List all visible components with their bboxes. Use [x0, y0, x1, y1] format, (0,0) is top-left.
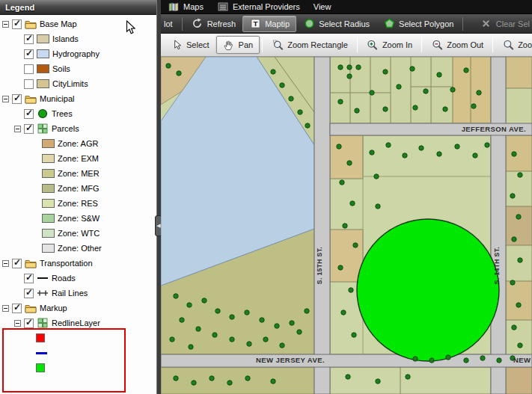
button-label: Clear Sel	[496, 19, 530, 28]
toolbar-separator	[421, 37, 422, 52]
street-label-s14th: S. 14TH ST.	[493, 247, 501, 284]
legend-node-rail-lines[interactable]: Rail Lines	[0, 286, 156, 301]
select-arrow-icon	[171, 40, 183, 50]
button-label: Select Polygon	[399, 19, 453, 28]
layer-label: Zone: RES	[58, 199, 98, 208]
legend-node-redline-line[interactable]	[0, 345, 156, 360]
legend-swatch	[37, 79, 49, 88]
menu-maps[interactable]: Maps	[161, 0, 210, 13]
legend-panel-title: Legend	[0, 0, 156, 15]
layer-label: Zone: EXM	[58, 154, 99, 163]
legend-swatch	[42, 139, 55, 148]
menu-view[interactable]: View	[307, 0, 338, 13]
legend-node-trees[interactable]: Trees	[0, 106, 156, 121]
legend-node-redline-point[interactable]	[0, 330, 156, 345]
layer-checkbox[interactable]	[24, 79, 34, 89]
redline-line-swatch	[36, 352, 47, 354]
folder-icon	[25, 303, 37, 313]
legend-swatch	[42, 229, 55, 238]
legend-node-zone-sw[interactable]: Zone: S&W	[0, 211, 156, 226]
layer-label: Zone: S&W	[58, 214, 100, 223]
layer-checkbox[interactable]	[24, 109, 34, 119]
expander-minus-icon[interactable]	[14, 320, 21, 327]
street-label-new-jersey: NEW JERSEY AVE.	[256, 356, 325, 364]
layer-checkbox[interactable]	[24, 274, 34, 283]
layer-label: Soils	[52, 64, 70, 73]
expander-minus-icon[interactable]	[2, 21, 9, 28]
zoom-extents-icon	[502, 40, 514, 50]
legend-node-redline-polygon[interactable]	[0, 360, 156, 375]
layer-label: Zone: AGR	[58, 139, 98, 148]
select-polygon-button[interactable]: Select Polygon	[376, 16, 460, 32]
button-label: Zoom Rectangle	[287, 40, 348, 49]
redline-circle-markup[interactable]	[357, 219, 499, 361]
clear-selection-button[interactable]: Clear Sel	[474, 16, 532, 32]
legend-node-zone-mer[interactable]: Zone: MER	[0, 166, 156, 181]
layer-checkbox[interactable]	[12, 304, 22, 313]
legend-node-zone-res[interactable]: Zone: RES	[0, 196, 156, 211]
legend-node-zone-other[interactable]: Zone: Other	[0, 241, 156, 256]
expander-minus-icon[interactable]	[2, 305, 9, 312]
refresh-button[interactable]: Refresh	[185, 16, 243, 32]
button-label: Zoom Out	[447, 40, 483, 49]
expander-minus-icon[interactable]	[14, 126, 21, 132]
legend-node-soils[interactable]: Soils	[0, 61, 156, 76]
tree-point-icon	[37, 108, 49, 119]
layer-checkbox[interactable]	[24, 34, 34, 44]
toolbar-separator	[182, 17, 183, 31]
layer-checkbox[interactable]	[24, 64, 34, 74]
button-label: Pan	[239, 40, 254, 49]
maptip-button[interactable]: T Maptip	[242, 16, 296, 32]
layer-group-icon	[37, 318, 49, 328]
layer-label: Transportation	[40, 259, 93, 268]
zoom-out-icon	[431, 40, 443, 50]
clear-selection-icon	[480, 19, 492, 29]
legend-node-zone-agr[interactable]: Zone: AGR	[0, 136, 156, 151]
layer-checkbox[interactable]	[12, 19, 22, 29]
expander-minus-icon[interactable]	[2, 96, 9, 102]
legend-node-transportation[interactable]: Transportation	[0, 256, 156, 271]
street-label-jefferson: JEFFERSON AVE.	[462, 125, 526, 133]
legend-node-roads[interactable]: Roads	[0, 271, 156, 286]
expander-minus-icon[interactable]	[2, 260, 9, 267]
road-line-icon	[37, 273, 49, 283]
legend-node-citylimits[interactable]: CityLimits	[0, 76, 156, 91]
button-label: Zoom In	[382, 40, 412, 49]
zoom-rectangle-button[interactable]: Zoom Rectangle	[265, 36, 355, 54]
legend-node-redlinelayer[interactable]: RedlineLayer	[0, 315, 156, 330]
layer-checkbox[interactable]	[12, 94, 22, 104]
street-label-new-partial: NEW	[513, 356, 531, 364]
selection-toolbar: lot Refresh T Maptip Select Radius Selec…	[161, 14, 532, 34]
select-radius-button[interactable]: Select Radius	[296, 16, 376, 32]
pan-tool-button[interactable]: Pan	[216, 36, 260, 54]
zoom-out-button[interactable]: Zoom Out	[424, 36, 490, 54]
toolbar-separator	[262, 37, 263, 52]
legend-node-municipal[interactable]: Municipal	[0, 91, 156, 106]
toolbar-separator	[357, 37, 358, 52]
folder-icon	[25, 19, 37, 29]
layer-checkbox[interactable]	[12, 259, 22, 268]
layer-checkbox[interactable]	[24, 289, 34, 298]
menu-external-providers[interactable]: External Providers	[210, 0, 307, 13]
legend-node-markup[interactable]: Markup	[0, 301, 156, 315]
legend-node-zone-exm[interactable]: Zone: EXM	[0, 151, 156, 166]
legend-node-zone-mfg[interactable]: Zone: MFG	[0, 181, 156, 196]
maps-icon	[168, 1, 180, 12]
select-tool-button[interactable]: Select	[164, 36, 216, 54]
menu-label: Maps	[183, 2, 204, 11]
toolbar-separator	[462, 17, 463, 31]
zoom-extents-button[interactable]: Zoom Ex	[495, 36, 532, 54]
layer-checkbox[interactable]	[24, 124, 34, 134]
layer-label: Zone: MFG	[58, 184, 100, 193]
plot-button[interactable]: lot	[162, 16, 180, 31]
map-pane: Maps External Providers View lot Refresh…	[161, 0, 532, 394]
layer-checkbox[interactable]	[24, 49, 34, 59]
menu-label: External Providers	[233, 2, 300, 11]
legend-node-zone-wtc[interactable]: Zone: WTC	[0, 226, 156, 241]
zoom-in-button[interactable]: Zoom In	[360, 36, 419, 54]
legend-node-parcels[interactable]: Parcels	[0, 121, 156, 136]
legend-node-hydrography[interactable]: Hydrography	[0, 46, 156, 61]
map-canvas: JEFFERSON AVE. S. 15TH ST. S. 14TH ST. N…	[161, 57, 532, 394]
layer-checkbox[interactable]	[24, 318, 34, 328]
map-viewport[interactable]: JEFFERSON AVE. S. 15TH ST. S. 14TH ST. N…	[161, 57, 532, 394]
